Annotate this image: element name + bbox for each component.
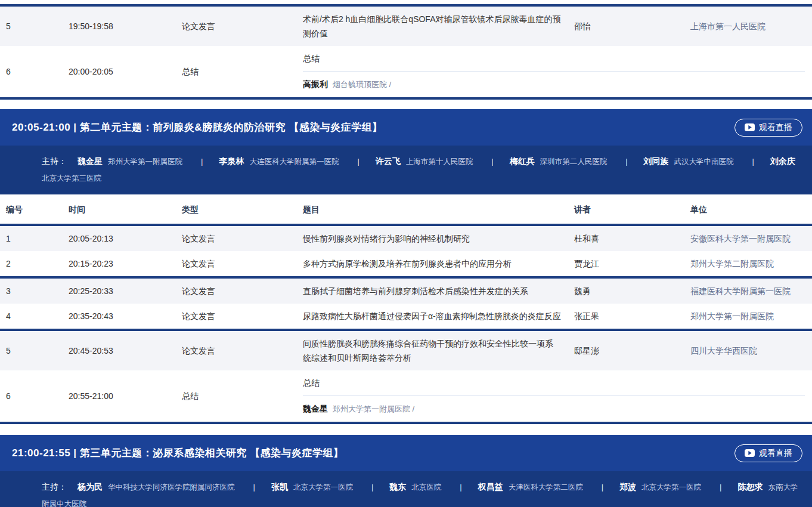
chairs-bar: 主持：杨为民华中科技大学同济医学院附属同济医院|张凯北京大学第一医院|魏东北京医… xyxy=(0,471,812,507)
column-header: 编号 xyxy=(0,202,63,217)
chairs-bar: 主持：魏金星郑州大学第一附属医院|李泉林大连医科大学附属第一医院|许云飞上海市第… xyxy=(0,146,812,194)
summary-speaker-line: 高振利烟台毓璜顶医院 / xyxy=(303,71,805,92)
summary-speaker-org: 烟台毓璜顶医院 / xyxy=(333,80,391,89)
chair-affiliation: 北京大学第三医院 xyxy=(42,174,101,183)
type-cell: 总结 xyxy=(176,64,297,79)
chairs-label: 主持： xyxy=(42,156,67,166)
speaker-cell: 魏勇 xyxy=(568,284,684,298)
watch-live-label: 观看直播 xyxy=(759,122,792,133)
time-cell: 20:25-20:33 xyxy=(63,284,176,298)
session-header-bar: 20:05-21:00 | 第二单元主题：前列腺炎&膀胱炎的防治研究 【感染与炎… xyxy=(0,109,812,146)
chair-affiliation: 北京大学第一医院 xyxy=(293,483,353,491)
chair-separator: | xyxy=(625,157,627,166)
chair-separator: | xyxy=(720,483,721,491)
column-header: 类型 xyxy=(176,202,297,217)
table-row: 220:15-20:23论文发言多种方式病原学检测及培养在前列腺炎患者中的应用分… xyxy=(0,251,812,279)
org-cell: 上海市第一人民医院 xyxy=(684,19,812,33)
row-number-cell: 5 xyxy=(0,19,63,33)
play-icon xyxy=(745,123,755,131)
org-cell: 郑州大学第一附属医院 xyxy=(684,309,812,323)
org-cell: 福建医科大学附属第一医院 xyxy=(684,284,812,298)
time-cell: 20:05-20:13 xyxy=(63,231,176,246)
session-section: 21:00-21:55 | 第三单元主题：泌尿系感染相关研究 【感染与炎症学组】… xyxy=(0,435,812,507)
chair-affiliation: 天津医科大学第二医院 xyxy=(509,483,583,491)
table-row: 420:35-20:43论文发言尿路致病性大肠杆菌通过侵袭因子α-溶血素抑制急性… xyxy=(0,304,812,331)
chair-name: 刘余庆 xyxy=(770,156,795,166)
summary-label: 总结 xyxy=(303,51,805,71)
title-cell: 多种方式病原学检测及培养在前列腺炎患者中的应用分析 xyxy=(297,256,568,271)
conference-schedule-page: 519:50-19:58论文发言术前/术后2 h血白细胞比联合qSOFA对输尿管… xyxy=(0,4,812,507)
row-number-cell: 2 xyxy=(0,256,63,271)
speaker-cell: 杜和喜 xyxy=(568,231,684,246)
title-cell: 术前/术后2 h血白细胞比联合qSOFA对输尿管软镜术后尿脓毒血症的预测价值 xyxy=(297,12,568,41)
previous-session-table: 519:50-19:58论文发言术前/术后2 h血白细胞比联合qSOFA对输尿管… xyxy=(0,4,812,100)
session-table: 编号时间类型题目讲者单位120:05-20:13论文发言慢性前列腺炎对情绪行为影… xyxy=(0,194,812,424)
chair-affiliation: 华中科技大学同济医学院附属同济医院 xyxy=(108,483,235,491)
row-number-cell: 1 xyxy=(0,231,63,246)
chair-name: 梅红兵 xyxy=(510,156,535,166)
speaker-cell: 张正果 xyxy=(568,309,684,323)
time-cell: 20:15-20:23 xyxy=(63,256,176,271)
summary-label: 总结 xyxy=(303,376,805,395)
type-cell: 论文发言 xyxy=(176,344,297,358)
chair-name: 张凯 xyxy=(271,482,288,491)
speaker-cell: 邸星澎 xyxy=(568,344,684,358)
summary-speaker-name: 高振利 xyxy=(303,79,328,89)
chair-separator: | xyxy=(602,483,603,491)
time-cell: 19:50-19:58 xyxy=(63,19,176,33)
watch-live-button[interactable]: 观看直播 xyxy=(734,119,802,137)
chair-name: 刘同族 xyxy=(644,156,669,166)
session-section: 20:05-21:00 | 第二单元主题：前列腺炎&膀胱炎的防治研究 【感染与炎… xyxy=(0,109,812,424)
type-cell: 总结 xyxy=(176,389,297,403)
chair-name: 李泉林 xyxy=(219,156,244,166)
time-cell: 20:35-20:43 xyxy=(63,309,176,323)
summary-cell: 总结魏金星郑州大学第一附属医院 / xyxy=(297,376,812,416)
type-cell: 论文发言 xyxy=(176,19,297,33)
chair-separator: | xyxy=(460,483,461,491)
speaker-cell: 贾龙江 xyxy=(568,256,684,271)
chair-name: 魏东 xyxy=(389,482,406,491)
chair-separator: | xyxy=(752,157,754,166)
type-cell: 论文发言 xyxy=(176,309,297,323)
row-number-cell: 5 xyxy=(0,344,63,358)
type-cell: 论文发言 xyxy=(176,256,297,271)
chair-name: 魏金星 xyxy=(78,156,103,166)
time-cell: 20:00-20:05 xyxy=(63,64,176,79)
row-number-cell: 4 xyxy=(0,309,63,323)
watch-live-button[interactable]: 观看直播 xyxy=(734,444,802,462)
chair-name: 郑波 xyxy=(619,482,636,491)
chair-name: 许云飞 xyxy=(376,156,401,166)
table-row: 520:45-20:53论文发言间质性膀胱炎和膀胱疼痛综合征药物干预的疗效和安全… xyxy=(0,331,812,370)
row-number-cell: 6 xyxy=(0,389,63,403)
org-cell: 四川大学华西医院 xyxy=(684,344,812,358)
chair-separator: | xyxy=(357,157,359,166)
table-row: 620:00-20:05总结总结高振利烟台毓璜顶医院 / xyxy=(0,46,812,100)
row-number-cell: 3 xyxy=(0,284,63,298)
summary-speaker-name: 魏金星 xyxy=(303,404,328,413)
title-cell: 慢性前列腺炎对情绪行为影响的神经机制研究 xyxy=(297,231,568,246)
type-cell: 论文发言 xyxy=(176,231,297,246)
column-header: 讲者 xyxy=(568,202,684,217)
chair-separator: | xyxy=(371,483,373,491)
chair-name: 陈恕求 xyxy=(737,482,763,491)
chair-affiliation: 郑州大学第一附属医院 xyxy=(108,157,182,166)
type-cell: 论文发言 xyxy=(176,284,297,298)
column-header: 单位 xyxy=(684,202,812,217)
chair-name: 权昌益 xyxy=(478,482,503,491)
column-header: 时间 xyxy=(63,202,176,217)
row-number-cell: 6 xyxy=(0,64,63,79)
chair-affiliation: 武汉大学中南医院 xyxy=(674,157,734,166)
chair-affiliation: 北京大学第一医院 xyxy=(641,483,701,491)
chair-affiliation: 深圳市第二人民医院 xyxy=(540,157,608,166)
summary-speaker-org: 郑州大学第一附属医院 / xyxy=(333,404,414,413)
title-cell: 直肠拭子细菌培养与前列腺穿刺活检术后感染性并发症的关系 xyxy=(297,284,568,298)
table-row: 120:05-20:13论文发言慢性前列腺炎对情绪行为影响的神经机制研究杜和喜安… xyxy=(0,226,812,251)
summary-cell: 总结高振利烟台毓璜顶医院 / xyxy=(297,51,812,92)
session-header-bar: 21:00-21:55 | 第三单元主题：泌尿系感染相关研究 【感染与炎症学组】… xyxy=(0,435,812,471)
column-header: 题目 xyxy=(297,202,568,217)
chair-separator: | xyxy=(253,483,255,491)
watch-live-label: 观看直播 xyxy=(759,448,792,459)
play-icon xyxy=(745,449,755,457)
chair-separator: | xyxy=(201,157,203,166)
title-cell: 尿路致病性大肠杆菌通过侵袭因子α-溶血素抑制急性膀胱炎的炎症反应 xyxy=(297,309,568,323)
